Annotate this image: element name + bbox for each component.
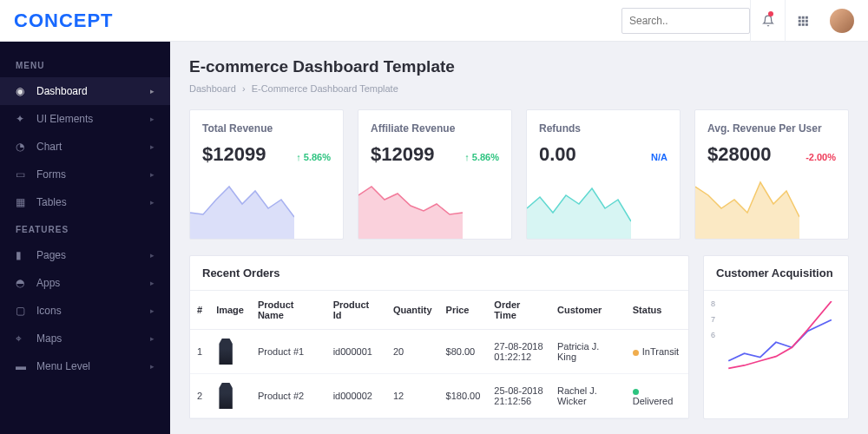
col-price: Price xyxy=(439,291,488,330)
chevron-right-icon: › xyxy=(242,83,246,94)
sidebar-item-icons[interactable]: ▢Icons▸ xyxy=(0,297,170,325)
stat-title: Total Revenue xyxy=(202,122,331,135)
status-dot-icon xyxy=(633,389,639,395)
dashboard-icon: ◉ xyxy=(16,85,28,97)
main-content: E-commerce Dashboard Template Dashboard … xyxy=(170,42,868,434)
svg-rect-0 xyxy=(798,16,800,18)
chevron-right-icon: ▸ xyxy=(150,306,155,315)
rocket-icon: ✦ xyxy=(16,113,28,125)
customer-acquisition-panel: Customer Acquisition 8 7 6 xyxy=(703,255,849,419)
panel-header: Recent Orders xyxy=(190,256,688,291)
cell-customer: Rachel J.Wicker xyxy=(550,374,626,418)
stat-cards-row: Total Revenue $12099 ↑ 5.86% Affiliate R… xyxy=(189,109,849,240)
status-dot-icon xyxy=(633,350,639,356)
sparkline-chart xyxy=(190,178,294,239)
sidebar-item-tables[interactable]: ▦Tables▸ xyxy=(0,188,170,216)
user-avatar[interactable] xyxy=(830,9,854,33)
svg-rect-3 xyxy=(798,19,800,22)
inbox-icon: ◓ xyxy=(16,277,28,289)
form-icon: ▭ xyxy=(16,168,28,181)
image-icon: ▢ xyxy=(16,305,28,317)
svg-rect-7 xyxy=(801,23,804,25)
cell-id: id000001 xyxy=(326,330,386,374)
sidebar-item-menu-level[interactable]: ▬Menu Level▸ xyxy=(0,352,170,380)
sparkline-chart xyxy=(695,178,799,239)
cell-qty: 12 xyxy=(386,374,439,418)
table-row: 2 Product #2 id000002 12 $180.00 25-08-2… xyxy=(190,374,688,418)
cell-status: InTransit xyxy=(626,330,688,374)
map-pin-icon: ⌖ xyxy=(16,332,28,345)
cell-image xyxy=(209,330,251,374)
col-num: # xyxy=(190,291,209,330)
sparkline-chart xyxy=(527,178,631,239)
page-title: E-commerce Dashboard Template xyxy=(189,57,849,76)
search-input[interactable] xyxy=(621,8,750,34)
sidebar-item-apps[interactable]: ◓Apps▸ xyxy=(0,269,170,297)
chevron-right-icon: ▸ xyxy=(150,334,155,343)
stat-card: Affiliate Revenue $12099 ↑ 5.86% xyxy=(358,109,512,240)
stat-card: Total Revenue $12099 ↑ 5.86% xyxy=(189,109,344,240)
orders-table: # Image Product Name Product Id Quantity… xyxy=(190,291,688,418)
cell-name: Product #1 xyxy=(251,330,326,374)
chevron-right-icon: ▸ xyxy=(150,115,155,123)
svg-rect-1 xyxy=(801,16,804,18)
sidebar-item-maps[interactable]: ⌖Maps▸ xyxy=(0,325,170,352)
cell-customer: Patricia J. King xyxy=(550,330,626,374)
chevron-right-icon: ▸ xyxy=(150,198,155,207)
stat-change: -2.00% xyxy=(806,152,836,162)
svg-rect-4 xyxy=(801,19,804,22)
stat-value: $28000 xyxy=(707,143,771,166)
sidebar-item-pages[interactable]: ▮Pages▸ xyxy=(0,241,170,269)
breadcrumb-link[interactable]: Dashboard xyxy=(189,83,236,94)
y-axis-ticks: 8 7 6 xyxy=(711,299,715,339)
stat-title: Affiliate Revenue xyxy=(371,122,499,135)
col-id: Product Id xyxy=(326,291,386,330)
acquisition-chart: 8 7 6 xyxy=(704,291,848,386)
file-icon: ▮ xyxy=(16,249,28,261)
breadcrumb-current: E-Commerce Dashboard Template xyxy=(252,83,398,94)
sidebar-item-chart[interactable]: ◔Chart▸ xyxy=(0,133,170,161)
pie-chart-icon: ◔ xyxy=(16,141,28,153)
cell-status: Delivered xyxy=(626,374,688,418)
sidebar-item-dashboard[interactable]: ◉Dashboard▸ xyxy=(0,77,170,105)
chevron-right-icon: ▸ xyxy=(150,279,155,287)
brand-logo: CONCEPT xyxy=(14,10,114,32)
stat-value: 0.00 xyxy=(539,143,576,166)
col-status: Status xyxy=(626,291,688,330)
features-section-header: FEATURES xyxy=(0,216,170,241)
stat-change: ↑ 5.86% xyxy=(464,152,499,162)
cell-qty: 20 xyxy=(386,330,439,374)
svg-rect-5 xyxy=(805,19,807,22)
notification-dot xyxy=(768,11,773,16)
search-box xyxy=(621,8,750,34)
grid-icon xyxy=(797,15,809,27)
cell-id: id000002 xyxy=(326,374,386,418)
svg-marker-12 xyxy=(695,182,799,239)
sparkline-chart xyxy=(358,178,463,239)
stat-card: Avg. Revenue Per User $28000 -2.00% xyxy=(694,109,849,240)
stat-value: $12099 xyxy=(371,143,434,166)
stat-card: Refunds 0.00 N/A xyxy=(526,109,681,240)
sidebar-item-forms[interactable]: ▭Forms▸ xyxy=(0,161,170,188)
apps-grid-button[interactable] xyxy=(785,0,819,42)
cell-price: $80.00 xyxy=(439,330,488,374)
stat-change: ↑ 5.86% xyxy=(296,152,331,162)
panel-header: Customer Acquisition xyxy=(704,256,848,291)
product-image xyxy=(216,383,235,409)
menu-section-header: MENU xyxy=(0,52,170,77)
sidebar-item-ui-elements[interactable]: ✦UI Elements▸ xyxy=(0,105,170,133)
notifications-button[interactable] xyxy=(750,0,785,42)
svg-rect-2 xyxy=(805,16,807,18)
chevron-right-icon: ▸ xyxy=(150,87,155,95)
svg-rect-8 xyxy=(805,23,807,25)
cell-num: 2 xyxy=(190,374,209,418)
table-icon: ▦ xyxy=(16,196,28,208)
bottom-row: Recent Orders # Image Product Name Produ… xyxy=(189,255,849,419)
product-image xyxy=(216,339,235,365)
col-qty: Quantity xyxy=(386,291,439,330)
stat-change: N/A xyxy=(651,152,667,162)
cell-name: Product #2 xyxy=(251,374,326,418)
breadcrumb: Dashboard › E-Commerce Dashboard Templat… xyxy=(189,83,849,94)
svg-marker-9 xyxy=(190,187,294,239)
cell-image xyxy=(209,374,251,418)
